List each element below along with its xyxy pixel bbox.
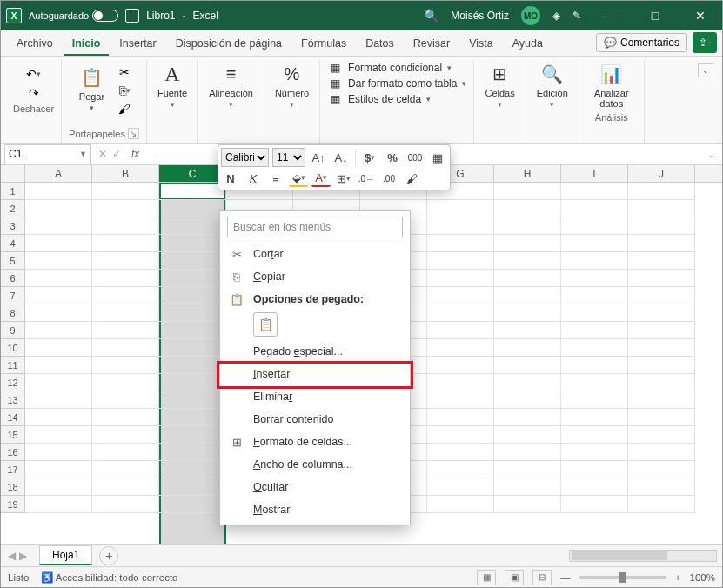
cell[interactable] xyxy=(25,461,92,478)
col-header-C[interactable]: C xyxy=(159,165,226,182)
cell[interactable] xyxy=(92,235,159,252)
cell[interactable] xyxy=(494,183,561,200)
cell[interactable] xyxy=(427,426,494,444)
fx-icon[interactable]: fx xyxy=(128,148,139,160)
cell[interactable] xyxy=(92,391,159,409)
cell[interactable] xyxy=(494,322,561,339)
menu-paste-special[interactable]: Pegado especial... xyxy=(220,340,410,363)
cell[interactable] xyxy=(159,444,226,461)
cell[interactable] xyxy=(427,252,494,270)
cell[interactable] xyxy=(628,235,695,252)
select-all-corner[interactable] xyxy=(1,165,25,183)
cell[interactable] xyxy=(427,461,494,478)
cell[interactable] xyxy=(628,217,695,235)
tab-data[interactable]: Datos xyxy=(357,32,403,56)
cell[interactable] xyxy=(628,461,695,478)
cell[interactable] xyxy=(159,339,226,357)
cell[interactable] xyxy=(628,270,695,287)
accessibility-status[interactable]: ♿ Accesibilidad: todo correcto xyxy=(41,571,177,584)
cell[interactable] xyxy=(159,391,226,409)
cell[interactable] xyxy=(561,270,628,287)
row-header-3[interactable]: 3 xyxy=(1,217,24,235)
cell[interactable] xyxy=(561,461,628,478)
currency-icon[interactable]: $▾ xyxy=(360,149,379,166)
decrease-font-icon[interactable]: A↓ xyxy=(331,149,351,166)
cancel-formula-icon[interactable]: ✕ xyxy=(98,148,107,160)
row-header-18[interactable]: 18 xyxy=(1,478,24,496)
thousands-icon[interactable]: 000 xyxy=(405,149,425,166)
cell[interactable] xyxy=(494,478,561,496)
mini-size-select[interactable]: 11 xyxy=(272,148,305,167)
editing-dropdown[interactable]: 🔍 Edición ▾ xyxy=(533,60,572,110)
cell[interactable] xyxy=(561,287,628,304)
redo-button[interactable]: ↷ xyxy=(24,84,44,102)
cell[interactable] xyxy=(628,322,695,339)
cell[interactable] xyxy=(494,426,561,444)
row-header-7[interactable]: 7 xyxy=(1,287,24,304)
number-dropdown[interactable]: % Número ▾ xyxy=(271,60,312,110)
cell[interactable] xyxy=(494,252,561,270)
share-button[interactable]: ⇪▾ xyxy=(693,32,717,53)
cell[interactable] xyxy=(494,217,561,235)
close-button[interactable]: ✕ xyxy=(684,1,717,30)
cell[interactable] xyxy=(561,339,628,357)
next-sheet-button[interactable]: ▶ xyxy=(19,550,27,562)
cell[interactable] xyxy=(25,183,92,200)
cell[interactable] xyxy=(628,391,695,409)
row-header-13[interactable]: 13 xyxy=(1,391,24,409)
minimize-button[interactable]: — xyxy=(593,1,626,30)
cell[interactable] xyxy=(25,235,92,252)
menu-delete[interactable]: Eliminar xyxy=(220,385,410,408)
menu-hide[interactable]: Ocultar xyxy=(220,476,410,498)
cell[interactable] xyxy=(561,217,628,235)
cell[interactable] xyxy=(92,287,159,304)
font-dropdown[interactable]: A Fuente ▾ xyxy=(154,60,191,110)
cell[interactable] xyxy=(561,252,628,270)
cells-dropdown[interactable]: ⊞ Celdas ▾ xyxy=(481,60,518,110)
expand-formula-bar[interactable]: ⌄ xyxy=(708,150,722,159)
cell[interactable] xyxy=(561,409,628,426)
row-header-11[interactable]: 11 xyxy=(1,357,24,374)
cell[interactable] xyxy=(561,200,628,217)
col-header-B[interactable]: B xyxy=(92,165,159,182)
collapse-ribbon-button[interactable]: ⌄ xyxy=(698,63,713,77)
cell[interactable] xyxy=(494,339,561,357)
decrease-decimal-icon[interactable]: .0→ xyxy=(357,170,376,187)
page-layout-view-button[interactable]: ▣ xyxy=(505,570,524,585)
cell[interactable] xyxy=(561,444,628,461)
cell[interactable] xyxy=(92,304,159,322)
row-header-8[interactable]: 8 xyxy=(1,304,24,322)
cell[interactable] xyxy=(494,409,561,426)
col-header-J[interactable]: J xyxy=(628,165,695,182)
cell[interactable] xyxy=(92,322,159,339)
row-header-5[interactable]: 5 xyxy=(1,252,24,270)
user-avatar[interactable]: MO xyxy=(521,6,540,25)
row-header-2[interactable]: 2 xyxy=(1,200,24,217)
cell[interactable] xyxy=(25,391,92,409)
cell[interactable] xyxy=(25,409,92,426)
row-header-6[interactable]: 6 xyxy=(1,270,24,287)
cell[interactable] xyxy=(628,183,695,200)
cell[interactable] xyxy=(92,478,159,496)
cell[interactable] xyxy=(25,200,92,217)
fill-color-icon[interactable]: ⬙▾ xyxy=(289,170,308,187)
cell[interactable] xyxy=(159,217,226,235)
font-color-icon[interactable]: A▾ xyxy=(311,170,331,187)
table-icon[interactable]: ▦ xyxy=(428,149,447,166)
tab-layout[interactable]: Disposición de página xyxy=(167,32,291,56)
maximize-button[interactable]: □ xyxy=(639,1,672,30)
cell[interactable] xyxy=(427,270,494,287)
cell[interactable] xyxy=(25,426,92,444)
menu-clear[interactable]: Borrar contenido xyxy=(220,408,410,431)
cell[interactable] xyxy=(25,339,92,357)
cell[interactable] xyxy=(159,287,226,304)
bold-icon[interactable]: N xyxy=(221,170,240,187)
cell[interactable] xyxy=(427,478,494,496)
cell[interactable] xyxy=(628,339,695,357)
cell[interactable] xyxy=(494,391,561,409)
col-header-I[interactable]: I xyxy=(561,165,628,182)
cell[interactable] xyxy=(628,426,695,444)
cell[interactable] xyxy=(159,270,226,287)
menu-column-width[interactable]: Ancho de columna... xyxy=(220,453,410,476)
cell[interactable] xyxy=(159,322,226,339)
